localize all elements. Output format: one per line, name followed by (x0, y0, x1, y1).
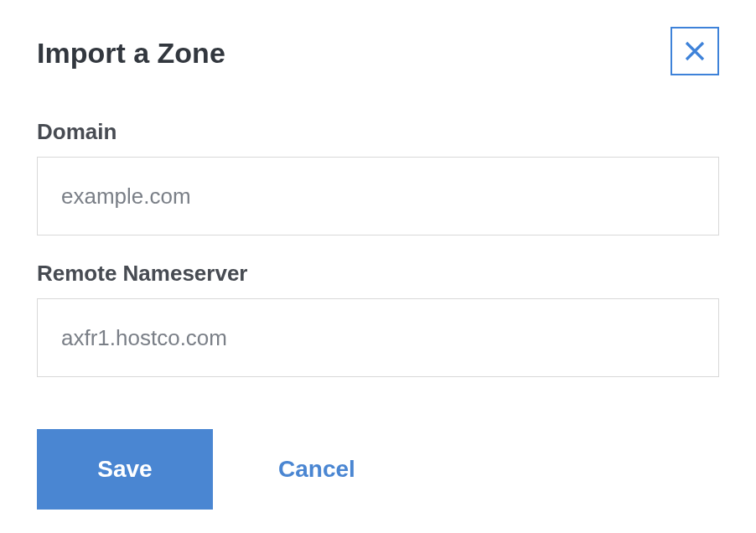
close-button[interactable] (671, 27, 719, 75)
remote-nameserver-field: Remote Nameserver (37, 261, 719, 377)
close-icon (682, 39, 707, 64)
domain-label: Domain (37, 119, 719, 145)
dialog-header: Import a Zone (37, 37, 719, 75)
import-zone-form: Domain Remote Nameserver (37, 119, 719, 377)
dialog-actions: Save Cancel (37, 429, 719, 510)
cancel-button[interactable]: Cancel (278, 456, 355, 483)
remote-nameserver-label: Remote Nameserver (37, 261, 719, 287)
domain-input[interactable] (37, 157, 719, 235)
domain-field: Domain (37, 119, 719, 235)
save-button[interactable]: Save (37, 429, 213, 510)
dialog-title: Import a Zone (37, 37, 225, 70)
remote-nameserver-input[interactable] (37, 298, 719, 377)
